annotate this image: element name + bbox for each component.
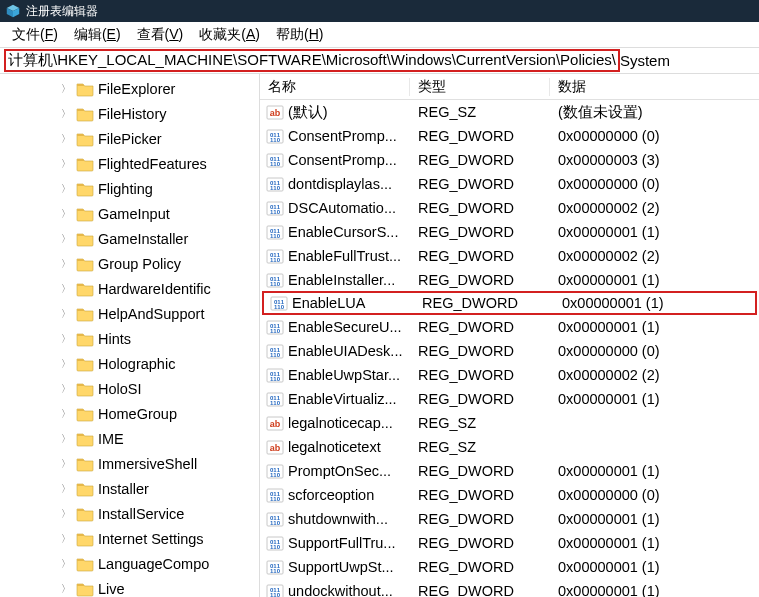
list-row[interactable]: EnableUwpStar...REG_DWORD0x00000002 (2) (260, 363, 759, 387)
tree-item[interactable]: 〉Installer (0, 476, 259, 501)
tree-view[interactable]: 〉FileExplorer〉FileHistory〉FilePicker〉Fli… (0, 74, 260, 597)
list-row[interactable]: SupportFullTru...REG_DWORD0x00000001 (1) (260, 531, 759, 555)
reg-dword-icon (266, 271, 284, 289)
tree-item[interactable]: 〉FlightedFeatures (0, 151, 259, 176)
value-data: 0x00000001 (1) (550, 224, 759, 240)
value-name: SupportFullTru... (288, 535, 395, 551)
tree-item-label: InstallService (98, 506, 184, 522)
reg-dword-icon (266, 390, 284, 408)
menu-e[interactable]: 编辑(E) (66, 24, 129, 46)
address-bar[interactable]: 计算机\HKEY_LOCAL_MACHINE\SOFTWARE\Microsof… (0, 48, 759, 74)
value-type: REG_DWORD (410, 224, 550, 240)
list-body: (默认)REG_SZ(数值未设置)ConsentPromp...REG_DWOR… (260, 100, 759, 597)
tree-item[interactable]: 〉GameInstaller (0, 226, 259, 251)
tree-item[interactable]: 〉Group Policy (0, 251, 259, 276)
menu-h[interactable]: 帮助(H) (268, 24, 331, 46)
list-row[interactable]: PromptOnSec...REG_DWORD0x00000001 (1) (260, 459, 759, 483)
chevron-right-icon[interactable]: 〉 (58, 357, 74, 371)
chevron-right-icon[interactable]: 〉 (58, 157, 74, 171)
value-name: ConsentPromp... (288, 128, 397, 144)
tree-item[interactable]: 〉Flighting (0, 176, 259, 201)
list-row[interactable]: EnableFullTrust...REG_DWORD0x00000002 (2… (260, 244, 759, 268)
column-header-data[interactable]: 数据 (550, 78, 759, 96)
value-type: REG_DWORD (410, 487, 550, 503)
chevron-right-icon[interactable]: 〉 (58, 482, 74, 496)
list-row[interactable]: undockwithout...REG_DWORD0x00000001 (1) (260, 579, 759, 597)
list-row[interactable]: EnableUIADesk...REG_DWORD0x00000000 (0) (260, 339, 759, 363)
chevron-right-icon[interactable]: 〉 (58, 107, 74, 121)
chevron-right-icon[interactable]: 〉 (58, 532, 74, 546)
list-row[interactable]: EnableCursorS...REG_DWORD0x00000001 (1) (260, 220, 759, 244)
chevron-right-icon[interactable]: 〉 (58, 507, 74, 521)
tree-item-label: Holographic (98, 356, 175, 372)
folder-icon (76, 381, 94, 397)
list-view[interactable]: 名称 类型 数据 (默认)REG_SZ(数值未设置)ConsentPromp..… (260, 74, 759, 597)
column-header-name[interactable]: 名称 (260, 78, 410, 96)
chevron-right-icon[interactable]: 〉 (58, 282, 74, 296)
folder-icon (76, 556, 94, 572)
chevron-right-icon[interactable]: 〉 (58, 307, 74, 321)
chevron-right-icon[interactable]: 〉 (58, 232, 74, 246)
value-name: ConsentPromp... (288, 152, 397, 168)
list-row[interactable]: shutdownwith...REG_DWORD0x00000001 (1) (260, 507, 759, 531)
chevron-right-icon[interactable]: 〉 (58, 582, 74, 596)
value-type: REG_DWORD (410, 319, 550, 335)
list-row[interactable]: scforceoptionREG_DWORD0x00000000 (0) (260, 483, 759, 507)
chevron-right-icon[interactable]: 〉 (58, 557, 74, 571)
list-row[interactable]: DSCAutomatio...REG_DWORD0x00000002 (2) (260, 196, 759, 220)
tree-item[interactable]: 〉Hints (0, 326, 259, 351)
chevron-right-icon[interactable]: 〉 (58, 82, 74, 96)
menu-v[interactable]: 查看(V) (129, 24, 192, 46)
list-row[interactable]: (默认)REG_SZ(数值未设置) (260, 100, 759, 124)
list-row[interactable]: EnableSecureU...REG_DWORD0x00000001 (1) (260, 315, 759, 339)
list-row[interactable]: legalnoticecap...REG_SZ (260, 411, 759, 435)
reg-sz-icon (266, 103, 284, 121)
list-row[interactable]: SupportUwpSt...REG_DWORD0x00000001 (1) (260, 555, 759, 579)
tree-item[interactable]: 〉InstallService (0, 501, 259, 526)
chevron-right-icon[interactable]: 〉 (58, 457, 74, 471)
reg-dword-icon (266, 151, 284, 169)
tree-item[interactable]: 〉HardwareIdentific (0, 276, 259, 301)
chevron-right-icon[interactable]: 〉 (58, 207, 74, 221)
tree-item[interactable]: 〉Internet Settings (0, 526, 259, 551)
folder-icon (76, 331, 94, 347)
menu-f[interactable]: 文件(F) (4, 24, 66, 46)
folder-icon (76, 281, 94, 297)
tree-item[interactable]: 〉LanguageCompo (0, 551, 259, 576)
chevron-right-icon[interactable]: 〉 (58, 257, 74, 271)
tree-item[interactable]: 〉HoloSI (0, 376, 259, 401)
tree-item[interactable]: 〉IME (0, 426, 259, 451)
folder-icon (76, 181, 94, 197)
list-row[interactable]: EnableVirtualiz...REG_DWORD0x00000001 (1… (260, 387, 759, 411)
chevron-right-icon[interactable]: 〉 (58, 332, 74, 346)
tree-item[interactable]: 〉ImmersiveShell (0, 451, 259, 476)
list-row[interactable]: ConsentPromp...REG_DWORD0x00000003 (3) (260, 148, 759, 172)
value-data: 0x00000002 (2) (550, 367, 759, 383)
list-row[interactable]: legalnoticetextREG_SZ (260, 435, 759, 459)
folder-icon (76, 206, 94, 222)
reg-dword-icon (266, 223, 284, 241)
value-name: (默认) (288, 103, 328, 122)
list-row[interactable]: EnableLUAREG_DWORD0x00000001 (1) (262, 291, 757, 315)
tree-item[interactable]: 〉FileExplorer (0, 76, 259, 101)
list-row[interactable]: dontdisplaylas...REG_DWORD0x00000000 (0) (260, 172, 759, 196)
tree-item[interactable]: 〉Live (0, 576, 259, 597)
column-header-type[interactable]: 类型 (410, 78, 550, 96)
chevron-right-icon[interactable]: 〉 (58, 432, 74, 446)
chevron-right-icon[interactable]: 〉 (58, 182, 74, 196)
chevron-right-icon[interactable]: 〉 (58, 132, 74, 146)
tree-item[interactable]: 〉FilePicker (0, 126, 259, 151)
menu-a[interactable]: 收藏夹(A) (191, 24, 268, 46)
value-data: 0x00000002 (2) (550, 248, 759, 264)
list-row[interactable]: ConsentPromp...REG_DWORD0x00000000 (0) (260, 124, 759, 148)
tree-item[interactable]: 〉HomeGroup (0, 401, 259, 426)
value-name: dontdisplaylas... (288, 176, 392, 192)
chevron-right-icon[interactable]: 〉 (58, 382, 74, 396)
list-row[interactable]: EnableInstaller...REG_DWORD0x00000001 (1… (260, 268, 759, 292)
folder-icon (76, 306, 94, 322)
tree-item[interactable]: 〉HelpAndSupport (0, 301, 259, 326)
tree-item[interactable]: 〉FileHistory (0, 101, 259, 126)
chevron-right-icon[interactable]: 〉 (58, 407, 74, 421)
tree-item[interactable]: 〉GameInput (0, 201, 259, 226)
tree-item[interactable]: 〉Holographic (0, 351, 259, 376)
